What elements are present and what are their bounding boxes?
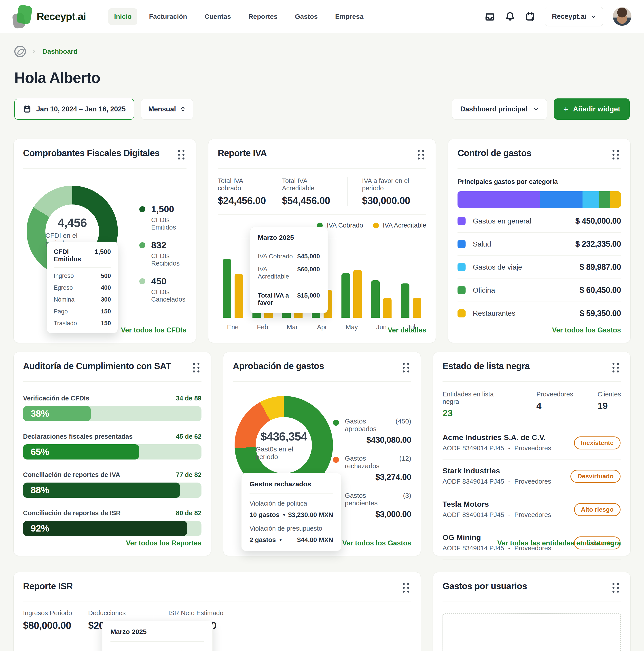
drag-handle-icon[interactable] (611, 148, 621, 161)
user-avatar[interactable] (613, 7, 632, 26)
category-value: $ 60,450.00 (580, 285, 621, 295)
progress-bar[interactable]: 88% (23, 483, 201, 498)
nav-item-reportes[interactable]: Reportes (243, 8, 283, 25)
stack-segment[interactable] (610, 191, 621, 208)
legend-item: Gastos aprobados(450) $430,080.00 (333, 417, 411, 445)
aprobacion-tooltip: Gastos rechazados Violación de política … (241, 473, 342, 551)
notifications-bell-icon[interactable] (505, 11, 515, 22)
link-ver-todos-gastos[interactable]: Ver todos los Gastos (552, 326, 621, 334)
bar[interactable] (234, 274, 243, 318)
calendar-icon (23, 105, 31, 114)
gastos-category-list: Gastos en general $ 450,000.00 Salud $ 2… (457, 210, 621, 325)
widget-iva-title: Reporte IVA (218, 148, 267, 158)
entity-row[interactable]: Stark Industries AODF 8349014 PJ45-Prove… (443, 460, 621, 493)
drag-handle-icon[interactable] (191, 361, 201, 374)
category-chip (457, 263, 465, 271)
bar[interactable] (342, 273, 350, 318)
audit-item: Conciliación de reportes de IVA77 de 82 … (23, 471, 201, 498)
topbar-actions: Receypt.ai (485, 7, 632, 26)
main-nav: Inicio Facturación Cuentas Reportes Gast… (108, 8, 369, 25)
breadcrumb-dashboard-link[interactable]: Dashboard (42, 48, 77, 55)
link-ver-todos-gastos-2[interactable]: Ver todos los Gastos (342, 539, 411, 547)
period-select[interactable]: Mensual (141, 99, 193, 120)
category-value: $ 232,335.00 (575, 239, 621, 249)
stat-label: Ingresos Periodo (23, 610, 72, 617)
stat-value: $80,000.00 (23, 620, 72, 631)
link-ver-entidades-lista-negra[interactable]: Ver todas las entidades en lista negra (497, 539, 621, 547)
category-row[interactable]: Restaurantes $ 59,350.00 (457, 302, 621, 325)
date-range-label: Jan 10, 2024 – Jan 16, 2025 (36, 105, 126, 113)
stack-segment[interactable] (457, 191, 540, 208)
drag-handle-icon[interactable] (176, 148, 187, 161)
stack-segment[interactable] (582, 191, 599, 208)
bar[interactable] (383, 298, 391, 318)
widget-gastos-usuarios: Gastos por usuarios No hay información d… (433, 572, 631, 651)
entity-row[interactable]: Acme Industries S.A. de C.V. AODF 834901… (443, 426, 621, 460)
category-row[interactable]: Gastos de viaje $ 89,987.00 (457, 256, 621, 279)
category-label: Gastos en general (473, 217, 531, 225)
bar[interactable] (371, 280, 380, 318)
inbox-icon[interactable] (485, 11, 495, 22)
bar[interactable] (401, 283, 410, 318)
axis-label: Ene (227, 323, 238, 331)
add-widget-button[interactable]: + Añadir widget (554, 98, 630, 120)
legend-item: 450 CFDIs Cancelados (139, 276, 187, 303)
audit-label: Declaraciones fiscales presentadas (23, 433, 133, 440)
stat-label: Total IVA Acreditable (282, 177, 330, 192)
controls-row: Jan 10, 2024 – Jan 16, 2025 Mensual Dash… (14, 98, 630, 120)
progress-bar[interactable]: 38% (23, 406, 201, 421)
drag-handle-icon[interactable] (401, 361, 411, 374)
gastos-subtitle: Principales gastos por categoría (457, 178, 621, 185)
link-ver-detalles[interactable]: Ver detalles (388, 326, 426, 334)
logo[interactable]: Receypt.ai (12, 5, 86, 28)
bar[interactable] (413, 298, 421, 318)
nav-item-inicio[interactable]: Inicio (108, 8, 137, 25)
progress-bar[interactable]: 65% (23, 444, 201, 460)
gastos-stacked-bar[interactable] (457, 191, 621, 208)
drag-handle-icon[interactable] (416, 148, 426, 161)
audit-label: Verificación de CFDIs (23, 395, 90, 402)
stack-segment[interactable] (540, 191, 582, 208)
drag-handle-icon[interactable] (401, 581, 411, 594)
stat-label: IVA a favor en el periodo (362, 177, 410, 192)
nav-item-facturacion[interactable]: Facturación (143, 8, 193, 25)
legend-value: 450 (151, 276, 187, 286)
blacklist-stats: Entidades en lista negra23 Proveedores4 … (443, 391, 621, 426)
category-value: $ 450,000.00 (575, 216, 621, 226)
status-badge: Desvirtuado (571, 470, 620, 483)
period-label: Mensual (148, 105, 176, 113)
category-row[interactable]: Oficina $ 60,450.00 (457, 279, 621, 302)
category-label: Oficina (473, 286, 495, 294)
home-compass-icon[interactable] (14, 45, 26, 57)
nav-item-cuentas[interactable]: Cuentas (199, 8, 237, 25)
stat-value: $54,456.00 (282, 195, 330, 206)
calendar-add-icon[interactable] (525, 11, 536, 22)
audit-count: 77 de 82 (176, 471, 201, 478)
legend-item: Gastos pendientes(3) $3,000.00 (333, 492, 411, 519)
link-ver-todos-reportes[interactable]: Ver todos los Reportes (126, 539, 201, 547)
progress-bar[interactable]: 92% (23, 521, 201, 536)
widget-gastos-title: Control de gastos (457, 148, 531, 158)
axis-label: Feb (257, 323, 268, 331)
legend-dot (373, 223, 379, 228)
category-chip (457, 217, 465, 225)
drag-handle-icon[interactable] (611, 361, 621, 374)
cfdi-tooltip: CFDI Emitidos1,500 Ingreso500 Egreso400 … (47, 242, 118, 333)
widget-reporte-isr: Reporte ISR Ingresos Periodo$80,000.00 D… (13, 572, 421, 651)
company-menu-button[interactable]: Receypt.ai (545, 7, 603, 26)
entity-row[interactable]: Tesla Motors AODF 8349014 PJ45-Proveedor… (443, 493, 621, 526)
nav-item-gastos[interactable]: Gastos (289, 8, 324, 25)
dashboard-select[interactable]: Dashboard principal (452, 99, 547, 120)
date-range-picker[interactable]: Jan 10, 2024 – Jan 16, 2025 (14, 99, 134, 120)
bar[interactable] (353, 270, 362, 318)
drag-handle-icon[interactable] (611, 581, 621, 594)
stat-label: Entidades en lista negra (443, 391, 512, 405)
category-label: Gastos de viaje (473, 263, 522, 271)
category-row[interactable]: Salud $ 232,335.00 (457, 232, 621, 256)
link-ver-todos-cfdis[interactable]: Ver todos los CFDIs (121, 326, 187, 334)
aprobacion-total: $436,354 (260, 430, 307, 443)
nav-item-empresa[interactable]: Empresa (329, 8, 369, 25)
bar[interactable] (223, 259, 231, 318)
category-row[interactable]: Gastos en general $ 450,000.00 (457, 210, 621, 232)
stack-segment[interactable] (599, 191, 610, 208)
